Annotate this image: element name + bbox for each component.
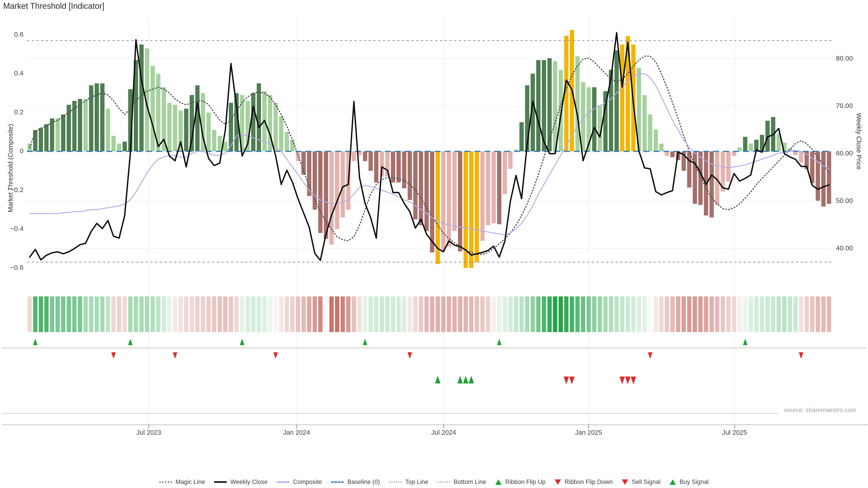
legend-label: Ribbon Flip Up: [505, 479, 546, 486]
x-tick-label: Jul 2024: [431, 429, 456, 436]
x-tick-label: Jan 2025: [575, 429, 602, 436]
legend-item-ribbon-flip-up: Ribbon Flip Up: [495, 479, 546, 486]
y-tick-right: 80.00: [836, 55, 853, 62]
legend-item-weekly-close: Weekly Close: [214, 479, 268, 486]
legend-label: Magic Line: [176, 479, 205, 486]
legend-item-magic-line: Magic Line: [159, 479, 205, 486]
dotted-dark-icon: [159, 482, 172, 483]
tri-up-green-icon: [495, 480, 502, 485]
solid-purple-icon: [277, 482, 289, 483]
y-axis-right-title: Weekly Close Price: [855, 113, 863, 170]
source-attribution: source: sharemaestro.com: [784, 407, 856, 414]
legend-item-top-line: Top Line: [389, 479, 428, 486]
y-tick-right: 50.00: [836, 197, 853, 204]
dashed-blue-icon: [331, 482, 344, 483]
legend-label: Weekly Close: [230, 479, 268, 486]
dotted-gray-icon: [437, 482, 450, 483]
tri-down-red-icon: [555, 480, 561, 485]
y-tick-left: 0.6: [4, 31, 24, 38]
y-tick-right: 70.00: [836, 102, 853, 109]
x-tick-label: Jul 2023: [136, 429, 161, 436]
y-tick-right: 60.00: [836, 149, 853, 157]
market-threshold-chart-canvas: [0, 0, 868, 488]
x-tick-label: Jul 2025: [722, 429, 747, 436]
legend-item-composite: Composite: [277, 479, 322, 486]
x-tick-label: Jan 2024: [283, 429, 310, 436]
y-axis-left-title: Market Threshold (Composite): [7, 124, 14, 213]
y-tick-left: 0.2: [4, 108, 24, 116]
y-tick-left: −0.4: [4, 225, 24, 232]
legend-label: Baseline (0): [347, 479, 380, 486]
solid-black-icon: [214, 481, 227, 483]
y-tick-left: −0.6: [4, 264, 24, 271]
legend-label: Top Line: [405, 479, 428, 486]
legend-label: Composite: [293, 479, 322, 486]
y-tick-left: 0.4: [4, 69, 24, 77]
legend-item-bottom-line: Bottom Line: [437, 479, 486, 486]
legend-item-baseline-0-: Baseline (0): [331, 479, 380, 486]
tri-up-green-icon: [670, 480, 676, 485]
y-tick-right: 40.00: [836, 244, 853, 252]
legend-label: Bottom Line: [454, 479, 486, 486]
legend-label: Buy Signal: [680, 479, 709, 486]
tri-down-red-icon: [622, 480, 628, 485]
legend-item-buy-signal: Buy Signal: [670, 479, 709, 486]
legend-item-ribbon-flip-down: Ribbon Flip Down: [555, 479, 613, 486]
legend-label: Sell Signal: [632, 479, 661, 486]
legend-item-sell-signal: Sell Signal: [622, 479, 661, 486]
dotted-gray-icon: [389, 482, 402, 483]
chart-legend: Magic LineWeekly CloseCompositeBaseline …: [0, 479, 868, 486]
legend-label: Ribbon Flip Down: [565, 479, 613, 486]
